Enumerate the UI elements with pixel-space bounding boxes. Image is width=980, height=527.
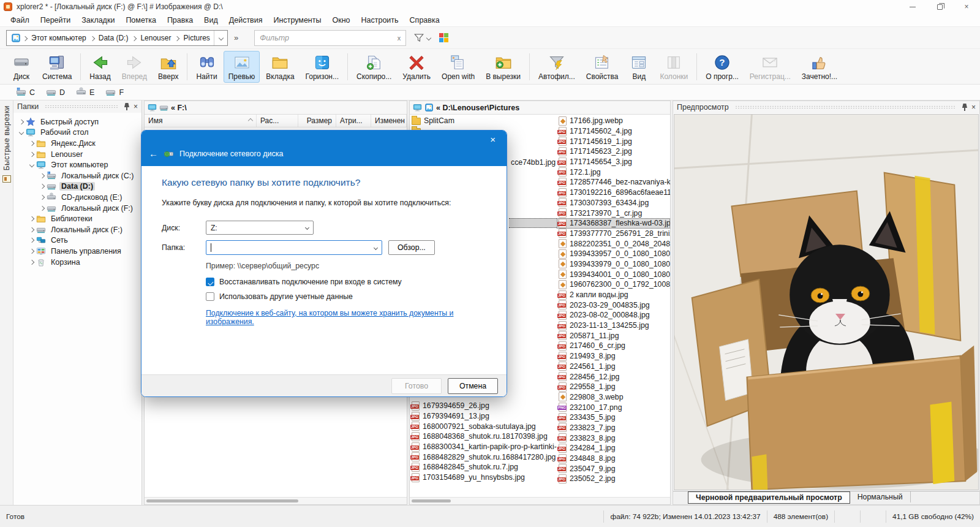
toolbar-button-del[interactable]: Удалить [398, 51, 435, 83]
web-signup-link[interactable]: Подключение к веб-сайту, на котором вы м… [206, 309, 492, 326]
file-row[interactable]: 234284_1.jpg [557, 443, 670, 453]
file-row[interactable]: 217460_6_cr.jpg [557, 341, 670, 351]
tree-expander-icon[interactable] [38, 195, 47, 199]
file-row[interactable]: 1703154689_yu_hnsybsbs.jpg [410, 472, 557, 483]
toolbar-button-cols[interactable]: Колонки [655, 51, 693, 83]
drive-tab-C[interactable]: C [16, 87, 35, 97]
folder-path-input[interactable] [206, 240, 382, 255]
toolbar-button-horiz[interactable]: Горизон... [301, 51, 344, 83]
breadcrumb-segment[interactable]: Этот компьютер [28, 34, 90, 42]
menu-item-Вид[interactable]: Вид [198, 15, 224, 26]
file-row[interactable]: 234848_8.jpg [557, 453, 670, 464]
credentials-checkbox[interactable] [206, 292, 214, 301]
file-row[interactable]: 1688482829_shutok.ru.1688417280.jpg [410, 452, 557, 462]
column-header-[interactable]: Рас... [257, 115, 298, 127]
dialog-close-button[interactable]: × [486, 133, 499, 146]
toolbar-button-copy[interactable]: Скопиро... [352, 51, 396, 83]
tree-expander-icon[interactable] [28, 260, 36, 264]
preview-tab-normal[interactable]: Нормальный [850, 491, 911, 502]
tree-item-Библиотеки[interactable]: Библиотеки [13, 213, 141, 224]
file-row[interactable]: 172.1.jpg [557, 167, 670, 177]
menu-item-Правка[interactable]: Правка [162, 15, 198, 26]
quick-clips-strip[interactable]: Быстрые вырезки [0, 100, 13, 505]
file-row[interactable]: 233435_5.jpg [557, 412, 670, 423]
tree-item-Локальный-диск-(F:)[interactable]: Локальный диск (F:) [13, 203, 141, 214]
h-scrollbar[interactable] [145, 497, 407, 504]
breadcrumb-segment[interactable]: Data (D:) [95, 34, 132, 42]
left-pane-tab[interactable]: « F:\ [145, 101, 407, 115]
menu-item-Настроить[interactable]: Настроить [356, 15, 404, 26]
file-row[interactable]: 1717145602_4.jpg [557, 126, 670, 137]
column-header-[interactable]: Атри... [336, 115, 371, 127]
file-row[interactable]: 229558_1.jpg [557, 382, 670, 392]
toolbar-button-folder[interactable]: Вкладка [261, 51, 299, 83]
file-row[interactable]: 233823_7.jpg [557, 423, 670, 433]
tree-item-Локальный-диск-(F:)[interactable]: Локальный диск (F:) [13, 224, 141, 235]
file-row[interactable]: 2 капли воды.jpg [557, 290, 670, 300]
tree-item-Lenouser[interactable]: Lenouser [13, 149, 141, 160]
file-row[interactable]: 205871_11.jpg [557, 330, 670, 341]
tree-item-Data-(D:)[interactable]: Data (D:) [13, 181, 141, 192]
menu-item-Инструменты[interactable]: Инструменты [268, 15, 327, 26]
file-row[interactable]: 235052_2.jpg [557, 474, 670, 484]
tree-item-Яндекс.Диск[interactable]: Яндекс.Диск [13, 138, 141, 149]
browse-button[interactable]: Обзор... [388, 240, 435, 255]
toolbar-button-disk[interactable]: Диск [7, 51, 36, 83]
file-row[interactable]: 1688300341_kartin-papik-pro-p-kartinki-d… [410, 442, 557, 452]
column-header-[interactable]: Размер [298, 115, 336, 127]
tree-item-Рабочий-стол[interactable]: Рабочий стол [13, 127, 141, 138]
toolbar-button-about[interactable]: О прогр... [701, 51, 744, 83]
tree-expander-icon[interactable] [38, 184, 47, 188]
file-row[interactable]: 1717145619_1.jpg [557, 136, 670, 146]
file-row[interactable]: 2023-08-02_000848.jpg [557, 310, 670, 320]
breadcrumb[interactable]: Этот компьютерData (D:)LenouserPictures [6, 30, 228, 46]
filter-box[interactable]: x [254, 30, 406, 46]
finish-button[interactable]: Готово [391, 378, 442, 394]
file-row[interactable]: 1717145654_3.jpg [557, 157, 670, 167]
file-row[interactable]: 1960762300_0_0_1792_1008_768 [557, 279, 670, 290]
tree-expander-icon[interactable] [28, 142, 36, 145]
menu-item-Справка[interactable]: Справка [404, 15, 445, 26]
tree-expander-icon[interactable] [38, 174, 47, 178]
tree-item-Корзина[interactable]: Корзина [13, 257, 141, 268]
right-pane-tab[interactable]: « D:\Lenouser\Pictures [410, 101, 670, 115]
tree-expander-icon[interactable] [28, 217, 36, 221]
tree-expander-icon[interactable] [17, 120, 26, 124]
menu-item-Перейти[interactable]: Перейти [35, 15, 77, 26]
breadcrumb-segment[interactable]: Lenouser [137, 34, 175, 42]
toolbar-button-back[interactable]: Назад [85, 51, 115, 83]
file-row[interactable]: 235047_9.jpg [557, 463, 670, 474]
file-row[interactable]: 17166.jpg.webp [557, 116, 670, 126]
minimize-button[interactable] [899, 0, 926, 13]
dialog-back-button[interactable]: ← [149, 148, 158, 159]
group-by-icon[interactable] [439, 33, 448, 42]
toolbar-button-autof[interactable]: Автофил... [533, 51, 580, 83]
restore-button[interactable] [926, 0, 953, 13]
preview-tab-draft[interactable]: Черновой предварительный просмотр [688, 491, 850, 504]
file-row[interactable]: SplitCam [410, 116, 557, 126]
filter-menu[interactable] [413, 32, 431, 44]
tree-item-Панель-управления[interactable]: Панель управления [13, 246, 141, 257]
file-row[interactable]: 1939434001_0_0_1080_1080_144 [557, 269, 670, 279]
file-row[interactable]: 1732173970_1_cr.jpg [557, 208, 670, 218]
close-panel-icon[interactable]: × [134, 103, 138, 110]
file-row[interactable]: 1680007921_sobaka-sutulaya.jpg [410, 421, 557, 431]
tree-item-Быстрый-доступ[interactable]: Быстрый доступ [13, 116, 141, 127]
tree-item-CD-дисковод-(E:)[interactable]: CD-дисковод (E:) [13, 192, 141, 203]
file-row[interactable]: 1739377770_256791_28_trinixy_r [557, 229, 670, 239]
file-row[interactable]: 1939433979_0_0_1080_1080_144 [557, 259, 670, 270]
menu-item-Файл[interactable]: Файл [5, 15, 35, 26]
file-row[interactable]: 1939433957_0_0_1080_1080_144 [557, 249, 670, 259]
tree-expander-icon[interactable] [28, 153, 36, 156]
file-row[interactable]: 228456_12.jpg [557, 371, 670, 382]
file-row[interactable]: 233823_8.jpg [557, 433, 670, 443]
toolbar-overflow-chevron[interactable]: » [234, 33, 238, 42]
menu-item-Окно[interactable]: Окно [326, 15, 355, 26]
toolbar-button-preview[interactable]: Превью [224, 51, 260, 83]
toolbar-button-clips[interactable]: В вырезки [481, 51, 526, 83]
file-row[interactable]: 1882202351_0_0_2048_2048_600 [557, 238, 670, 249]
file-row[interactable]: 1717145623_2.jpg [557, 146, 670, 157]
filter-input[interactable] [260, 34, 395, 42]
tree-expander-icon[interactable] [38, 207, 47, 210]
file-row[interactable]: 1730192216_6896ac6faeae11eeb [557, 188, 670, 198]
